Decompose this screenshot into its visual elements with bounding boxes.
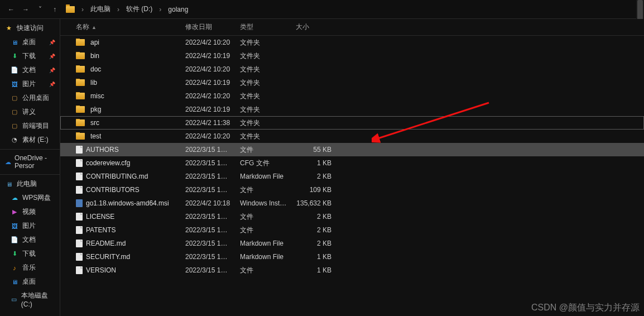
back-button[interactable]: ← [6,4,17,15]
file-row[interactable]: api2022/4/2 10:20文件夹 [60,36,644,49]
cell-name: pkg [71,106,181,113]
cell-date: 2022/4/2 10:20 [181,65,236,73]
cell-date: 2022/4/2 10:19 [181,106,236,113]
file-name: README.md [86,240,126,247]
sidebar-item-label: 音乐 [22,263,36,272]
file-row[interactable]: VERSION2022/3/15 14:08文件1 KB [60,264,644,277]
sidebar-item[interactable]: ☁WPS网盘 [0,191,60,205]
column-header-date[interactable]: 修改日期 [181,22,236,32]
cell-date: 2022/4/2 10:20 [181,132,236,140]
sidebar-item[interactable]: 🖥桌面📌 [0,35,60,49]
cell-type: 文件夹 [236,38,291,47]
column-header-name[interactable]: 名称▲ [71,22,181,32]
file-row[interactable]: SECURITY.md2022/3/15 14:08Markdown File1… [60,250,644,264]
sidebar-item-icon: ⬇ [10,250,19,258]
sidebar-quick-access[interactable]: ★ 快速访问 [0,21,60,35]
cell-name: lib [71,79,181,87]
sidebar-item[interactable]: ▭本地磁盘 (C:) [0,289,60,310]
file-row[interactable]: CONTRIBUTING.md2022/3/15 14:08Markdown F… [60,170,644,183]
cell-name: codereview.cfg [71,159,181,167]
sidebar-item-label: 图片 [22,221,36,231]
forward-button[interactable]: → [20,4,31,15]
sidebar-item[interactable]: 📄文档 [0,233,60,247]
column-header-type[interactable]: 类型 [236,22,291,32]
file-row[interactable]: CONTRIBUTORS2022/3/15 14:08文件109 KB [60,183,644,197]
file-row[interactable]: test2022/4/2 10:20文件夹 [60,130,644,143]
cell-name: bin [71,52,181,60]
file-list-pane: 名称▲ 修改日期 类型 大小 api2022/4/2 10:20文件夹bin20… [60,19,644,316]
sidebar-onedrive[interactable]: ☁ OneDrive - Persor [0,152,60,172]
sidebar-item[interactable]: 🖼图片 [0,219,60,233]
cell-type: 文件 [236,145,291,155]
star-icon: ★ [4,24,13,33]
sidebar-item[interactable]: 🖥桌面 [0,275,60,289]
file-icon [76,253,83,261]
sidebar-item-label: 前端项目 [22,121,49,131]
sidebar-this-pc[interactable]: 🖥 此电脑 [0,177,60,191]
sidebar-item-label: 文档 [22,65,36,75]
sidebar-item[interactable]: ▶视频 [0,205,60,219]
divider [0,174,60,175]
file-row[interactable]: PATENTS2022/3/15 14:08文件2 KB [60,223,644,237]
crumb-folder[interactable]: golang [166,4,190,15]
cell-name: SECURITY.md [71,253,181,261]
up-button[interactable]: ↑ [49,4,60,15]
cell-name: test [71,132,181,140]
cell-date: 2022/4/2 10:20 [181,92,236,100]
sidebar-item-icon: ▢ [10,94,19,103]
cell-size: 109 KB [291,186,336,194]
cell-name: api [71,39,181,46]
sidebar-item[interactable]: ▢讲义 [0,105,60,119]
sidebar-item[interactable]: ▢前端项目 [0,119,60,133]
file-row[interactable]: bin2022/4/2 10:19文件夹 [60,49,644,63]
history-dropdown[interactable]: ˅ [35,4,46,15]
file-row[interactable]: misc2022/4/2 10:20文件夹 [60,89,644,103]
file-row[interactable]: go1.18.windows-amd64.msi2022/4/2 10:18Wi… [60,197,644,210]
sidebar-item[interactable]: 📄文档📌 [0,63,60,77]
file-name: misc [90,92,104,100]
file-row[interactable]: codereview.cfg2022/3/15 14:08CFG 文件1 KB [60,156,644,170]
toolbar: ← → ˅ ↑ › 此电脑 › 软件 (D:) › golang [0,0,644,19]
file-name: api [90,39,99,46]
cell-name: src [71,119,181,127]
chevron-right-icon: › [157,6,164,13]
sidebar-item[interactable]: ♪音乐 [0,261,60,275]
sidebar-item[interactable]: 🖼图片📌 [0,77,60,91]
cell-date: 2022/4/2 10:20 [181,39,236,46]
file-row[interactable]: src2022/4/2 11:38文件夹 [60,116,644,130]
file-row[interactable]: lib2022/4/2 10:19文件夹 [60,76,644,89]
sidebar-item-label: 图片 [22,79,36,89]
file-name: AUTHORS [86,146,119,154]
sidebar-item[interactable]: ⬇下载📌 [0,49,60,63]
file-row[interactable]: doc2022/4/2 10:20文件夹 [60,63,644,76]
cell-size: 1 KB [291,159,336,167]
sidebar-item-icon: 📄 [10,66,19,75]
cell-size: 55 KB [291,146,336,154]
file-icon [76,186,83,194]
sidebar-item[interactable]: ◔素材 (E:) [0,133,60,147]
sidebar-item-label: 文档 [22,235,36,245]
file-name: pkg [90,106,101,113]
file-name: SECURITY.md [86,253,130,261]
file-name: bin [90,52,99,60]
file-row[interactable]: README.md2022/3/15 14:08Markdown File2 K… [60,237,644,250]
file-row[interactable]: AUTHORS2022/3/15 14:08文件55 KB [60,143,644,156]
sidebar-item[interactable]: ⬇下载 [0,247,60,261]
file-row[interactable]: pkg2022/4/2 10:19文件夹 [60,103,644,116]
sidebar-item-label: 桌面 [22,37,36,47]
crumb-this-pc[interactable]: 此电脑 [88,3,113,15]
crumb-drive[interactable]: 软件 (D:) [124,3,155,15]
cell-name: go1.18.windows-amd64.msi [71,199,181,207]
sidebar-item-icon: 🖥 [10,38,19,47]
cell-type: 文件夹 [236,132,291,141]
column-header-size[interactable]: 大小 [291,22,336,32]
sidebar-item-label: 公用桌面 [22,93,49,103]
sidebar-item[interactable]: ▢公用桌面 [0,91,60,105]
file-row[interactable]: LICENSE2022/3/15 14:08文件2 KB [60,210,644,223]
folder-icon [76,52,85,59]
cell-type: 文件 [236,226,291,235]
sort-asc-icon: ▲ [92,25,97,30]
file-icon [76,213,83,221]
sidebar-item-label: WPS网盘 [22,193,51,203]
folder-icon [76,93,85,99]
